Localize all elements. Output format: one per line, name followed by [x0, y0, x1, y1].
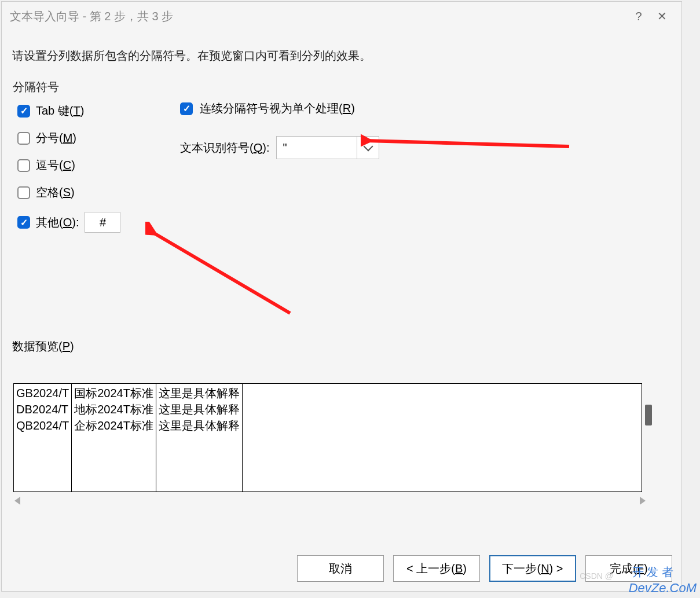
delimiter-tab-row[interactable]: Tab 键(T)	[17, 103, 145, 119]
delimiter-tab-label: Tab 键(T)	[36, 103, 84, 119]
triangle-right-icon	[640, 497, 646, 505]
scroll-left-button[interactable]	[12, 496, 23, 506]
vertical-scrollbar-thumb[interactable]	[645, 405, 652, 425]
text-qualifier-input[interactable]	[277, 137, 357, 159]
text-qualifier-combo[interactable]	[276, 136, 379, 159]
preview-column-2: 国标2024T标准 地标2024T标准 企标2024T标准	[72, 384, 156, 491]
delimiter-group-label: 分隔符号	[13, 79, 145, 95]
triangle-left-icon	[14, 497, 20, 505]
delimiter-other-label: 其他(O):	[36, 215, 79, 230]
finish-button[interactable]: 完成(F)	[585, 555, 672, 582]
scroll-right-button[interactable]	[637, 496, 648, 506]
delimiter-comma-checkbox[interactable]	[17, 159, 30, 172]
delimiter-options: 连续分隔符号视为单个处理(R) 文本识别符号(Q):	[157, 79, 379, 179]
delimiter-semicolon-label: 分号(M)	[36, 130, 76, 146]
delimiter-space-checkbox[interactable]	[17, 186, 30, 199]
delimiter-space-label: 空格(S)	[36, 185, 75, 200]
preview-column-1: GB2024/T DB2024/T QB2024/T	[14, 384, 72, 491]
text-import-wizard-dialog: 文本导入向导 - 第 2 步，共 3 步 ? ✕ 请设置分列数据所包含的分隔符号…	[1, 1, 682, 592]
next-button[interactable]: 下一步(N) >	[489, 555, 576, 582]
treat-consecutive-checkbox[interactable]	[180, 102, 193, 115]
cancel-button[interactable]: 取消	[297, 555, 384, 582]
preview-column-3: 这里是具体解释 这里是具体解释 这里是具体解释	[156, 384, 243, 491]
delimiter-other-row[interactable]: 其他(O):	[17, 212, 145, 233]
titlebar: 文本导入向导 - 第 2 步，共 3 步 ? ✕	[2, 2, 681, 31]
treat-consecutive-row[interactable]: 连续分隔符号视为单个处理(R)	[180, 101, 379, 116]
dialog-footer: 取消 < 上一步(B) 下一步(N) > 完成(F)	[297, 555, 672, 582]
delimiter-comma-row[interactable]: 逗号(C)	[17, 157, 145, 173]
preview-label: 数据预览(P)	[12, 339, 671, 354]
dialog-title: 文本导入向导 - 第 2 步，共 3 步	[10, 9, 173, 24]
delimiter-semicolon-row[interactable]: 分号(M)	[17, 130, 145, 146]
help-button[interactable]: ?	[627, 5, 650, 28]
delimiter-other-checkbox[interactable]	[17, 216, 30, 229]
chevron-down-icon	[363, 142, 373, 152]
back-button[interactable]: < 上一步(B)	[393, 555, 480, 582]
delimiter-space-row[interactable]: 空格(S)	[17, 185, 145, 200]
delimiter-comma-label: 逗号(C)	[36, 157, 75, 173]
text-qualifier-label: 文本识别符号(Q):	[180, 140, 269, 156]
delimiter-other-input[interactable]	[85, 212, 120, 233]
text-qualifier-dropdown-button[interactable]	[357, 137, 379, 159]
instruction-text: 请设置分列数据所包含的分隔符号。在预览窗口内可看到分列的效果。	[12, 48, 671, 64]
text-qualifier-row: 文本识别符号(Q):	[180, 136, 379, 159]
data-preview: GB2024/T DB2024/T QB2024/T 国标2024T标准 地标2…	[13, 383, 642, 492]
delimiter-group: 分隔符号 Tab 键(T) 分号(M) 逗号(C) 空格(S)	[12, 79, 145, 255]
horizontal-scrollbar[interactable]	[12, 494, 648, 507]
close-button[interactable]: ✕	[650, 5, 673, 28]
delimiter-tab-checkbox[interactable]	[17, 105, 30, 118]
delimiter-semicolon-checkbox[interactable]	[17, 132, 30, 145]
treat-consecutive-label: 连续分隔符号视为单个处理(R)	[200, 101, 355, 116]
